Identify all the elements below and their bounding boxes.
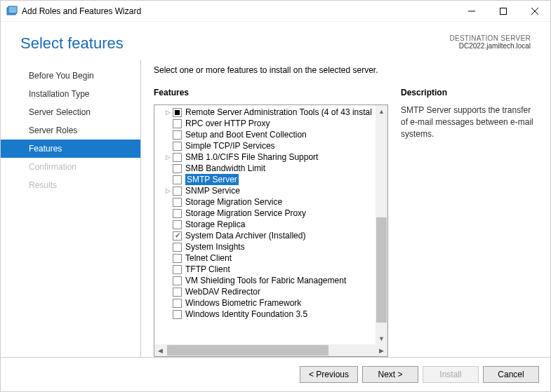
- description-text: SMTP Server supports the transfer of e-m…: [401, 104, 538, 140]
- feature-checkbox[interactable]: [173, 187, 182, 196]
- feature-checkbox[interactable]: [173, 153, 182, 162]
- feature-row[interactable]: ▷Storage Migration Service: [164, 196, 376, 208]
- main-area: Before You BeginInstallation TypeServer …: [1, 60, 550, 357]
- feature-row[interactable]: ▷Simple TCP/IP Services: [164, 140, 376, 151]
- scroll-down-arrow[interactable]: ▼: [376, 332, 387, 344]
- vertical-scrollbar[interactable]: ▲ ▼: [376, 105, 387, 344]
- feature-label[interactable]: Remote Server Administration Tools (4 of…: [185, 107, 372, 118]
- feature-checkbox[interactable]: [173, 231, 182, 241]
- feature-label[interactable]: System Insights: [185, 241, 245, 252]
- description-panel: Description SMTP Server supports the tra…: [401, 88, 538, 357]
- sidebar-item-server-roles[interactable]: Server Roles: [1, 121, 140, 140]
- sidebar-item-server-selection[interactable]: Server Selection: [1, 103, 140, 121]
- wizard-footer: < Previous Next > Install Cancel: [1, 357, 550, 391]
- feature-checkbox[interactable]: [173, 288, 182, 297]
- feature-checkbox[interactable]: [173, 254, 182, 263]
- horizontal-scroll-thumb[interactable]: [167, 345, 328, 356]
- feature-label[interactable]: SNMP Service: [185, 185, 240, 196]
- sidebar-item-results: Results: [1, 176, 140, 194]
- feature-row[interactable]: ▷VM Shielding Tools for Fabric Managemen…: [164, 275, 376, 286]
- vertical-scroll-thumb[interactable]: [376, 217, 387, 323]
- sidebar-item-before-you-begin[interactable]: Before You Begin: [1, 67, 140, 85]
- feature-row[interactable]: ▷TFTP Client: [164, 264, 376, 275]
- window-title: Add Roles and Features Wizard: [22, 6, 456, 16]
- feature-checkbox[interactable]: [173, 198, 182, 207]
- feature-checkbox[interactable]: [173, 209, 182, 218]
- minimize-button[interactable]: [456, 1, 487, 22]
- content-area: Select one or more features to install o…: [141, 60, 550, 357]
- feature-label[interactable]: TFTP Client: [185, 264, 230, 275]
- panels: Features ▷Remote Server Administration T…: [154, 88, 538, 357]
- feature-checkbox[interactable]: [173, 164, 182, 173]
- wizard-header: Select features DESTINATION SERVER DC202…: [1, 22, 550, 60]
- feature-row[interactable]: ▷System Insights: [164, 241, 376, 252]
- sidebar-item-features[interactable]: Features: [1, 140, 140, 158]
- feature-row[interactable]: ▷Windows Identity Foundation 3.5: [164, 309, 376, 320]
- feature-label[interactable]: Setup and Boot Event Collection: [185, 129, 307, 140]
- expand-icon[interactable]: ▷: [164, 187, 171, 194]
- horizontal-scrollbar[interactable]: ◀ ▶: [154, 344, 387, 356]
- feature-label[interactable]: RPC over HTTP Proxy: [185, 118, 270, 129]
- feature-label[interactable]: Windows Biometric Framework: [185, 297, 301, 309]
- feature-label[interactable]: WebDAV Redirector: [185, 286, 260, 297]
- scroll-left-arrow[interactable]: ◀: [154, 344, 166, 356]
- feature-row[interactable]: ▷Setup and Boot Event Collection: [164, 129, 376, 140]
- app-icon: [6, 6, 18, 17]
- install-button: Install: [423, 366, 479, 383]
- feature-label[interactable]: Simple TCP/IP Services: [185, 140, 275, 151]
- feature-row[interactable]: ▷SMB Bandwidth Limit: [164, 163, 376, 174]
- feature-row[interactable]: ▷WebDAV Redirector: [164, 286, 376, 297]
- feature-row[interactable]: ▷Telnet Client: [164, 252, 376, 264]
- expand-icon[interactable]: ▷: [164, 109, 171, 116]
- feature-checkbox[interactable]: [173, 108, 182, 117]
- feature-label[interactable]: SMB Bandwidth Limit: [185, 163, 265, 174]
- previous-button[interactable]: < Previous: [300, 366, 358, 383]
- feature-row[interactable]: ▷Windows Biometric Framework: [164, 297, 376, 309]
- feature-label[interactable]: Storage Migration Service: [185, 196, 282, 208]
- feature-checkbox[interactable]: [173, 265, 182, 274]
- window-controls: [456, 1, 550, 22]
- feature-checkbox[interactable]: [173, 142, 182, 151]
- feature-checkbox[interactable]: [173, 299, 182, 308]
- feature-checkbox[interactable]: [173, 243, 182, 252]
- feature-row[interactable]: ▷System Data Archiver (Installed): [164, 230, 376, 241]
- maximize-button[interactable]: [487, 1, 519, 22]
- feature-checkbox[interactable]: [173, 175, 182, 184]
- feature-label[interactable]: Storage Migration Service Proxy: [185, 208, 306, 219]
- page-title: Select features: [20, 34, 124, 53]
- close-button[interactable]: [519, 1, 550, 22]
- feature-checkbox[interactable]: [173, 310, 182, 319]
- feature-label[interactable]: Storage Replica: [185, 219, 245, 230]
- feature-label[interactable]: SMB 1.0/CIFS File Sharing Support: [185, 151, 318, 163]
- svg-rect-1: [8, 6, 17, 13]
- feature-row[interactable]: ▷Remote Server Administration Tools (4 o…: [164, 107, 376, 118]
- next-button[interactable]: Next >: [362, 366, 418, 383]
- scroll-up-arrow[interactable]: ▲: [376, 105, 387, 117]
- feature-checkbox[interactable]: [173, 276, 182, 285]
- destination-value: DC2022.jamiltech.local: [449, 42, 531, 50]
- feature-label[interactable]: VM Shielding Tools for Fabric Management: [185, 275, 346, 286]
- cancel-button[interactable]: Cancel: [483, 366, 539, 383]
- expand-icon[interactable]: ▷: [164, 154, 171, 161]
- scroll-right-arrow[interactable]: ▶: [376, 344, 387, 356]
- features-panel: Features ▷Remote Server Administration T…: [154, 88, 388, 357]
- feature-label[interactable]: Windows Identity Foundation 3.5: [185, 309, 307, 320]
- feature-label[interactable]: SMTP Server: [185, 174, 239, 185]
- description-title: Description: [401, 88, 538, 97]
- features-list: ▷Remote Server Administration Tools (4 o…: [154, 105, 387, 344]
- features-listbox[interactable]: ▷Remote Server Administration Tools (4 o…: [154, 104, 388, 357]
- feature-row[interactable]: ▷SMTP Server: [164, 174, 376, 185]
- feature-label[interactable]: System Data Archiver (Installed): [185, 230, 305, 241]
- feature-label[interactable]: Telnet Client: [185, 252, 232, 264]
- feature-row[interactable]: ▷Storage Migration Service Proxy: [164, 208, 376, 219]
- instruction-text: Select one or more features to install o…: [154, 65, 538, 75]
- feature-row[interactable]: ▷RPC over HTTP Proxy: [164, 118, 376, 129]
- feature-checkbox[interactable]: [173, 119, 182, 128]
- feature-row[interactable]: ▷SMB 1.0/CIFS File Sharing Support: [164, 151, 376, 163]
- feature-checkbox[interactable]: [173, 130, 182, 140]
- feature-checkbox[interactable]: [173, 220, 182, 229]
- feature-row[interactable]: ▷SNMP Service: [164, 185, 376, 196]
- feature-row[interactable]: ▷Storage Replica: [164, 219, 376, 230]
- sidebar-item-installation-type[interactable]: Installation Type: [1, 85, 140, 103]
- wizard-steps-sidebar: Before You BeginInstallation TypeServer …: [1, 60, 141, 357]
